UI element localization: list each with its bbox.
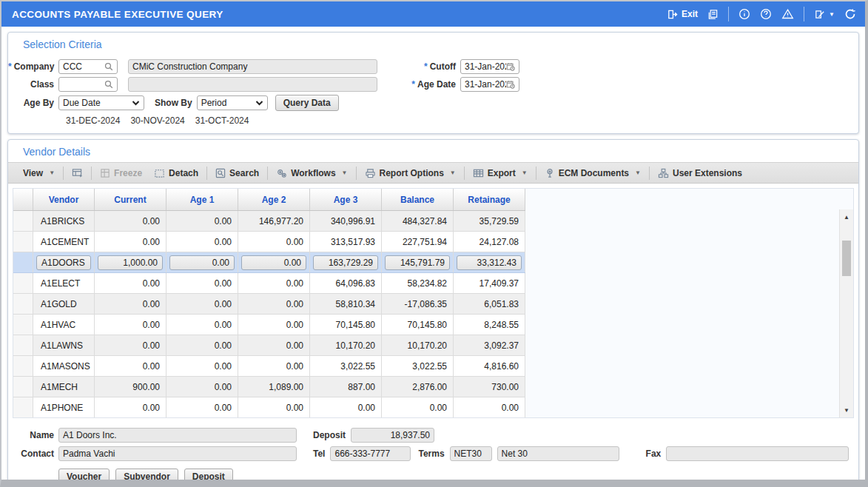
table-row[interactable]: A1BRICKS0.000.00146,977.20340,996.91484,… [13,211,525,232]
amount-cell[interactable]: 0.00 [166,335,238,355]
warning-button[interactable] [781,8,794,20]
vendor-cell[interactable]: A1CEMENT [33,232,95,252]
amount-cell[interactable]: 6,051.83 [454,294,525,314]
amount-cell[interactable]: 0.00 [238,315,310,335]
deposit-field[interactable]: 18,937.50 [351,428,434,443]
amount-cell[interactable]: 0.00 [166,397,238,417]
help-button[interactable] [760,8,772,20]
amount-cell[interactable]: 64,096.83 [310,273,382,293]
amount-cell[interactable]: 58,234.82 [382,273,454,293]
table-row[interactable]: A1CEMENT0.000.000.00313,517.93227,751.94… [13,232,525,252]
table-row[interactable]: A1PHONE0.000.000.000.000.000.00 [13,397,525,418]
amount-cell[interactable]: 0.00 [95,273,166,293]
amount-cell[interactable]: 0.00 [382,397,454,417]
workflows-menu-button[interactable]: Workflows ▼ [270,168,353,178]
column-header-current[interactable]: Current [95,189,166,210]
amount-cell[interactable]: 900.00 [95,377,166,397]
scrollbar-thumb[interactable] [842,241,851,276]
amount-cell[interactable]: 0.00 [238,294,310,314]
tel-field[interactable]: 666-333-7777 [330,446,411,461]
ecm-documents-menu-button[interactable]: ECM Documents ▼ [539,168,647,178]
column-header-age1[interactable]: Age 1 [166,189,238,210]
table-row[interactable]: A1MASONS0.000.000.003,022.553,022.554,81… [13,356,525,377]
amount-cell[interactable]: 0.00 [95,356,166,376]
amount-cell[interactable]: 10,170.20 [310,335,382,355]
amount-cell[interactable]: 10,170.20 [382,335,454,355]
deposit-button[interactable]: Deposit [184,468,233,485]
vendor-cell[interactable]: A1MASONS [33,356,95,376]
amount-cell[interactable]: 1,000.00 [95,252,166,272]
vendor-cell[interactable]: A1GOLD [33,294,95,314]
table-row[interactable]: A1MECH900.000.001,089.00887.002,876.0073… [13,377,525,397]
scroll-down-arrow[interactable]: ▼ [840,404,853,416]
table-row[interactable]: A1GOLD0.000.000.0058,810.34-17,086.356,0… [13,294,525,315]
amount-cell[interactable]: 0.00 [238,356,310,376]
amount-cell[interactable]: 887.00 [310,377,382,397]
name-field[interactable]: A1 Doors Inc. [58,428,297,443]
voucher-button[interactable]: Voucher [58,468,110,485]
vendor-cell[interactable]: A1LAWNS [33,335,95,355]
row-selector[interactable] [13,294,33,314]
search-button[interactable]: Search [209,168,265,178]
search-icon[interactable] [104,80,113,89]
amount-cell[interactable]: 58,810.34 [310,294,382,314]
table-row[interactable]: A1LAWNS0.000.000.0010,170.2010,170.203,0… [13,335,525,356]
exit-button[interactable]: Exit [667,9,698,20]
amount-cell[interactable]: 3,022.55 [310,356,382,376]
vendor-cell[interactable]: A1MECH [33,377,95,397]
amount-cell[interactable]: 163,729.29 [310,252,382,272]
row-selector[interactable] [13,232,33,252]
amount-cell[interactable]: 484,327.84 [382,211,454,231]
amount-cell[interactable]: 24,127.08 [454,232,525,252]
amount-cell[interactable]: 730.00 [454,377,525,397]
table-row[interactable]: A1HVAC0.000.000.0070,145.8070,145.808,24… [13,315,525,335]
vendor-cell[interactable]: A1DOORS [33,252,95,272]
row-selector[interactable] [13,397,33,417]
amount-cell[interactable]: 0.00 [166,211,238,231]
amount-cell[interactable]: 0.00 [166,252,238,272]
table-row[interactable]: A1ELECT0.000.000.0064,096.8358,234.8217,… [13,273,525,294]
column-header-age2[interactable]: Age 2 [238,189,310,210]
view-menu-button[interactable]: View▼ [17,168,61,178]
column-header-balance[interactable]: Balance [382,189,454,210]
amount-cell[interactable]: 0.00 [166,294,238,314]
amount-cell[interactable]: 3,092.37 [454,335,525,355]
amount-cell[interactable]: 0.00 [166,356,238,376]
row-selector[interactable] [13,252,33,272]
edit-menu-button[interactable]: ▼ [814,9,835,20]
table-row[interactable]: A1DOORS1,000.000.000.00163,729.29145,791… [13,252,525,273]
calendar-icon[interactable] [506,62,515,71]
amount-cell[interactable]: 2,876.00 [382,377,454,397]
vendor-cell[interactable]: A1HVAC [33,315,95,335]
company-code-input[interactable]: CCC [58,59,118,74]
amount-cell[interactable]: 0.00 [95,294,166,314]
export-menu-button[interactable]: Export ▼ [467,168,534,178]
vendor-cell[interactable]: A1BRICKS [33,211,95,231]
row-selector[interactable] [13,356,33,376]
amount-cell[interactable]: 3,022.55 [382,356,454,376]
fax-field[interactable] [666,446,849,461]
amount-cell[interactable]: 0.00 [95,211,166,231]
calendar-icon[interactable] [506,80,515,89]
amount-cell[interactable]: 33,312.43 [454,252,525,272]
amount-cell[interactable]: 0.00 [238,232,310,252]
age-date-input[interactable]: 31-Jan-2025 [460,77,519,92]
amount-cell[interactable]: 0.00 [166,377,238,397]
freeze-button[interactable]: Freeze [94,168,148,178]
search-icon[interactable] [104,62,113,71]
terms-code-field[interactable]: NET30 [450,446,492,461]
terms-description-field[interactable]: Net 30 [497,446,619,461]
row-selector[interactable] [13,211,33,231]
amount-cell[interactable]: 0.00 [238,397,310,417]
amount-cell[interactable]: 70,145.80 [310,315,382,335]
amount-cell[interactable]: 0.00 [95,397,166,417]
amount-cell[interactable]: 1,089.00 [238,377,310,397]
vertical-scrollbar[interactable]: ▲ ▼ [839,209,853,417]
amount-cell[interactable]: -17,086.35 [382,294,454,314]
amount-cell[interactable]: 0.00 [238,335,310,355]
amount-cell[interactable]: 8,248.55 [454,315,525,335]
column-header-retainage[interactable]: Retainage [454,189,525,210]
amount-cell[interactable]: 17,409.37 [454,273,525,293]
refresh-button[interactable] [844,8,856,20]
row-selector[interactable] [13,315,33,335]
